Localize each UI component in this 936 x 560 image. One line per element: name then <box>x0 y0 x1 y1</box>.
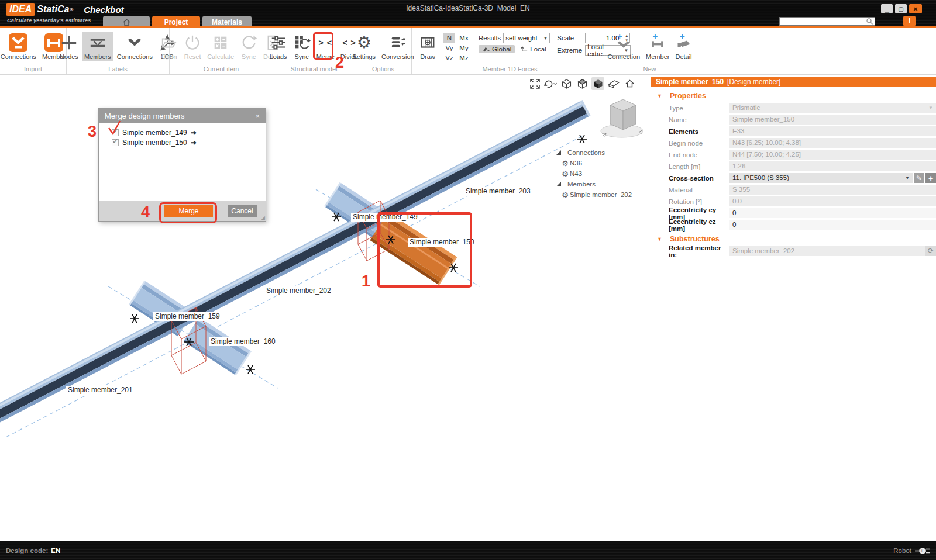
new-connection-button[interactable]: + Connection <box>605 32 642 61</box>
gear-icon: ⚙ <box>560 159 570 168</box>
force-n-toggle[interactable]: N <box>443 33 455 43</box>
plus-icon: + <box>653 31 658 41</box>
arrow-right-icon[interactable]: ➜ <box>191 129 197 137</box>
plus-icon: + <box>617 31 622 41</box>
eccentricity-ez-input[interactable]: 0 <box>729 220 936 230</box>
property-row-elements: Elements E33 <box>651 126 936 137</box>
viewport-3d-scene[interactable] <box>0 75 651 541</box>
checkbox-149[interactable]: ✓ <box>112 129 119 136</box>
local-toggle[interactable]: Local <box>517 45 550 53</box>
property-row-length: Length [m] 1.26 <box>651 161 936 172</box>
global-axes-icon <box>482 46 490 53</box>
reset-button[interactable]: Reset <box>181 32 204 61</box>
chevron-down-icon: ▼ <box>928 103 933 113</box>
merge-button[interactable]: > < Merge <box>314 32 337 61</box>
draw-forces-button[interactable]: Draw <box>417 32 439 61</box>
property-row-eccentricity-ez: Eccentricity ez [mm] 0 <box>651 219 936 230</box>
info-button[interactable]: i <box>903 16 916 26</box>
search-box[interactable] <box>779 17 875 26</box>
ribbon-group-new: + Connection + Member + <box>608 28 691 74</box>
maximize-button[interactable]: ▢ <box>895 4 907 13</box>
eccentricity-ey-input[interactable]: 0 <box>729 208 936 218</box>
home-view-icon[interactable] <box>623 77 636 90</box>
local-axes-icon <box>521 46 528 53</box>
tree-item-simple-member-202[interactable]: ⚙ Simple member_202 <box>555 189 632 200</box>
dialog-item-150[interactable]: ✓ Simple member_150 ➜ <box>99 137 266 147</box>
beam-member-150-selected[interactable] <box>370 212 457 285</box>
design-code-value: EN <box>51 547 60 554</box>
loads-button[interactable]: Loads <box>267 32 290 61</box>
rotation-value: 0.0 <box>729 196 936 206</box>
labels-nodes-button[interactable]: Nodes <box>57 32 81 61</box>
property-row-type: Type Prismatic ▼ <box>651 102 936 113</box>
conversion-button[interactable]: Conversion <box>379 32 417 61</box>
rotate-view-icon[interactable] <box>544 77 557 90</box>
force-vz-toggle[interactable]: Vz <box>443 53 455 63</box>
section-clip-icon[interactable] <box>607 77 620 90</box>
force-my-toggle[interactable]: My <box>457 43 470 53</box>
collapse-triangle-icon[interactable]: ▼ <box>657 93 670 99</box>
minimize-button[interactable]: ▁ <box>881 4 893 13</box>
results-label: Results <box>479 34 501 42</box>
import-connections-button[interactable]: Connections <box>0 32 39 61</box>
calculate-button[interactable]: Calculate <box>205 32 236 61</box>
new-member-button[interactable]: + Member <box>644 32 672 61</box>
close-button[interactable]: ✕ <box>909 4 922 13</box>
zoom-fit-icon[interactable] <box>528 77 541 90</box>
cross-section-dropdown[interactable]: 11. IPE500 (S 355) ▼ <box>729 173 913 183</box>
ribbon-group-options: ⚙ Settings Conversion Options <box>355 28 412 74</box>
plug-icon: i <box>915 547 930 555</box>
sync-button[interactable]: Sync <box>238 32 260 61</box>
solid-cube-icon[interactable] <box>591 77 604 90</box>
settings-button[interactable]: ⚙ Settings <box>350 32 378 61</box>
tree-item-n36[interactable]: ⚙ N36 <box>555 158 632 168</box>
import-connections-icon <box>9 33 27 53</box>
search-input[interactable] <box>780 18 866 25</box>
resize-grip[interactable]: ◢ <box>261 215 265 220</box>
viewport-toolbar <box>528 77 636 90</box>
add-cross-section-button[interactable]: + <box>925 173 936 183</box>
refresh-icon[interactable]: ⟳ <box>925 246 936 256</box>
cancel-button[interactable]: Cancel <box>228 205 257 217</box>
structural-sync-button[interactable]: Sync <box>291 32 313 61</box>
results-dropdown[interactable]: self weight ▼ <box>503 33 550 43</box>
properties-section-header[interactable]: ▼ Properties <box>651 89 936 102</box>
expander-icon[interactable] <box>555 150 563 155</box>
dialog-close-icon[interactable]: × <box>255 112 260 120</box>
tree-item-n43[interactable]: ⚙ N43 <box>555 168 632 179</box>
expander-icon[interactable] <box>555 182 563 186</box>
global-toggle[interactable]: Global <box>479 45 515 53</box>
edit-cross-section-button[interactable]: ✎ <box>914 173 924 183</box>
sliders-icon <box>270 33 287 53</box>
dialog-titlebar[interactable]: Merge design members × <box>99 109 266 123</box>
navigation-cube[interactable] <box>601 99 643 137</box>
status-bar: Design code: EN Robot i <box>0 541 936 560</box>
draw-diagram-icon <box>419 33 436 53</box>
beam-member-160[interactable] <box>184 317 252 375</box>
group-label-structural-model: Structural model <box>273 65 355 72</box>
dialog-item-149[interactable]: ✓ Simple member_149 ➜ <box>99 127 266 137</box>
selection-name: Simple member_150 <box>656 78 724 86</box>
home-icon <box>122 18 131 26</box>
merge-confirm-button[interactable]: Merge <box>164 205 213 217</box>
member-label-159: Simple member_159 <box>153 312 222 321</box>
beam-main-girder[interactable] <box>0 100 591 423</box>
tree-item-connections[interactable]: Connections <box>555 147 632 158</box>
labels-members-button[interactable]: Members <box>82 32 113 61</box>
ribbon-group-structural-model: Loads Sync > < Merge < > <box>273 28 355 74</box>
shaded-cube-icon[interactable] <box>576 77 589 90</box>
wireframe-cube-icon[interactable] <box>560 77 573 90</box>
checkbox-150[interactable]: ✓ <box>112 139 119 146</box>
labels-connections-button[interactable]: Connections <box>115 32 155 61</box>
tree-item-members[interactable]: Members <box>555 179 632 189</box>
calculator-icon <box>212 33 229 53</box>
force-vy-toggle[interactable]: Vy <box>443 43 455 53</box>
power-reset-icon <box>184 33 201 53</box>
arrow-right-icon[interactable]: ➜ <box>191 139 197 147</box>
collapse-triangle-icon[interactable]: ▼ <box>657 236 670 242</box>
open-button[interactable]: Open <box>158 32 180 61</box>
force-mz-toggle[interactable]: Mz <box>457 53 470 63</box>
new-detail-button[interactable]: + Detail <box>673 32 694 61</box>
force-mx-toggle[interactable]: Mx <box>457 33 470 43</box>
ribbon-group-import: Connections Member Import <box>0 28 67 74</box>
